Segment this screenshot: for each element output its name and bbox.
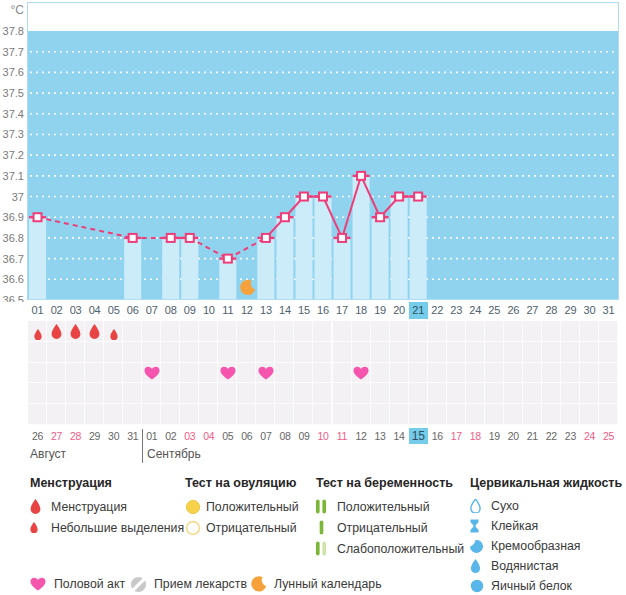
circle-blue-icon (470, 579, 487, 593)
temperature-marker[interactable] (395, 193, 403, 201)
cycle-day-cell[interactable]: 23 (447, 302, 466, 319)
cycle-day-cell[interactable]: 22 (428, 302, 447, 319)
y-axis-tick-label: 36.8 (3, 232, 24, 244)
legend-item-label: Яичный белок (491, 579, 572, 593)
cycle-day-cell[interactable]: 10 (199, 302, 218, 319)
cycle-day-cell[interactable]: 06 (123, 302, 142, 319)
calendar-day[interactable]: 29 (85, 428, 104, 444)
temperature-marker[interactable] (376, 213, 384, 221)
calendar-day[interactable]: 05 (218, 428, 237, 444)
cycle-day-cell[interactable]: 26 (504, 302, 523, 319)
calendar-day[interactable]: 03 (180, 428, 199, 444)
calendar-day-today[interactable]: 15 (409, 428, 428, 444)
calendar-day[interactable]: 18 (466, 428, 485, 444)
temperature-bar[interactable] (334, 238, 351, 300)
temperature-bar[interactable] (372, 217, 389, 300)
cycle-day-cell[interactable]: 14 (275, 302, 294, 319)
cycle-day-cell[interactable]: 18 (352, 302, 371, 319)
y-axis-tick-label: 37.2 (3, 149, 24, 161)
cycle-day-cell[interactable]: 09 (180, 302, 199, 319)
cycle-day-cell[interactable]: 04 (85, 302, 104, 319)
temperature-bar[interactable] (276, 217, 293, 300)
heart-pink-icon (30, 577, 50, 591)
cycle-day-cell[interactable]: 17 (333, 302, 352, 319)
calendar-day[interactable]: 13 (371, 428, 390, 444)
cycle-day-cell[interactable]: 12 (237, 302, 256, 319)
cycle-day-cell[interactable]: 20 (390, 302, 409, 319)
legend-footer-item: Половой акт (30, 574, 125, 594)
calendar-day[interactable]: 26 (28, 428, 47, 444)
cycle-day-cell[interactable]: 25 (485, 302, 504, 319)
temperature-marker[interactable] (186, 234, 194, 242)
cycle-day-cell[interactable]: 13 (256, 302, 275, 319)
y-axis-unit-label: °C (11, 3, 25, 17)
calendar-day[interactable]: 25 (599, 428, 618, 444)
calendar-day[interactable]: 23 (561, 428, 580, 444)
cycle-day-cell[interactable]: 15 (294, 302, 313, 319)
temperature-marker[interactable] (129, 234, 137, 242)
cycle-day-cell[interactable]: 27 (523, 302, 542, 319)
temperature-marker[interactable] (357, 172, 365, 180)
calendar-day[interactable]: 28 (66, 428, 85, 444)
cycle-day-cell[interactable]: 02 (47, 302, 66, 319)
calendar-day[interactable]: 21 (523, 428, 542, 444)
calendar-day[interactable]: 14 (390, 428, 409, 444)
temperature-bar[interactable] (410, 197, 427, 300)
calendar-day[interactable]: 31 (123, 428, 142, 444)
cycle-day-cell[interactable]: 05 (104, 302, 123, 319)
calendar-day[interactable]: 09 (294, 428, 313, 444)
calendar-day[interactable]: 16 (428, 428, 447, 444)
temperature-bar[interactable] (181, 238, 198, 300)
calendar-day[interactable]: 11 (333, 428, 352, 444)
temperature-marker[interactable] (338, 234, 346, 242)
calendar-day[interactable]: 04 (199, 428, 218, 444)
temperature-bar[interactable] (162, 238, 179, 300)
temperature-bar[interactable] (124, 238, 141, 300)
cycle-day-cell[interactable]: 16 (313, 302, 332, 319)
temperature-bar[interactable] (219, 259, 236, 300)
temperature-marker[interactable] (34, 213, 42, 221)
cycle-day-cell[interactable]: 19 (371, 302, 390, 319)
cycle-day-cell[interactable]: 03 (66, 302, 85, 319)
calendar-day[interactable]: 06 (237, 428, 256, 444)
calendar-day[interactable]: 02 (161, 428, 180, 444)
temperature-marker[interactable] (300, 193, 308, 201)
temperature-marker[interactable] (319, 193, 327, 201)
temperature-marker[interactable] (167, 234, 175, 242)
calendar-day[interactable]: 24 (580, 428, 599, 444)
temperature-marker[interactable] (262, 234, 270, 242)
calendar-day[interactable]: 19 (485, 428, 504, 444)
calendar-day[interactable]: 07 (256, 428, 275, 444)
legend-item: Положительный (185, 496, 299, 517)
cycle-day-cell-current[interactable]: 21 (409, 302, 428, 319)
calendar-day[interactable]: 17 (447, 428, 466, 444)
temperature-marker[interactable] (224, 255, 232, 263)
cycle-day-cell[interactable]: 30 (580, 302, 599, 319)
cycle-day-cell[interactable]: 31 (599, 302, 618, 319)
temperature-bar[interactable] (391, 197, 408, 300)
cycle-day-cell[interactable]: 28 (542, 302, 561, 319)
cycle-day-cell[interactable]: 24 (466, 302, 485, 319)
temperature-bar[interactable] (295, 197, 312, 300)
cycle-day-cell[interactable]: 29 (561, 302, 580, 319)
calendar-day[interactable]: 10 (313, 428, 332, 444)
cycle-day-cell[interactable]: 07 (142, 302, 161, 319)
calendar-day[interactable]: 20 (504, 428, 523, 444)
calendar-day[interactable]: 08 (275, 428, 294, 444)
calendar-day[interactable]: 30 (104, 428, 123, 444)
temperature-bar[interactable] (29, 217, 46, 300)
temperature-bar[interactable] (314, 197, 331, 300)
y-axis-tick-label: 37.5 (3, 87, 24, 99)
cycle-day-cell[interactable]: 08 (161, 302, 180, 319)
calendar-day[interactable]: 27 (47, 428, 66, 444)
cycle-day-cell[interactable]: 11 (218, 302, 237, 319)
calendar-day[interactable]: 12 (352, 428, 371, 444)
calendar-day[interactable]: 01 (142, 428, 161, 444)
temperature-marker[interactable] (414, 193, 422, 201)
cycle-day-cell[interactable]: 01 (28, 302, 47, 319)
calendar-day[interactable]: 22 (542, 428, 561, 444)
legend-footer-item: Прием лекарств (130, 574, 247, 594)
temperature-bar[interactable] (257, 238, 274, 300)
temperature-marker[interactable] (281, 213, 289, 221)
legend-section-title: Цервикальная жидкость (470, 476, 622, 491)
